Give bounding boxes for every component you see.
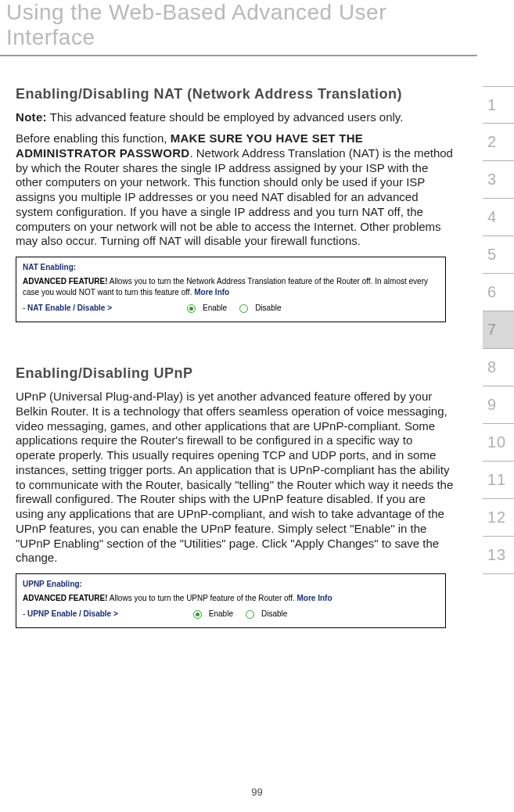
page-number: 99 bbox=[0, 786, 514, 798]
tab-13[interactable]: 13 bbox=[483, 537, 514, 574]
upnp-enable-text: Enable bbox=[209, 609, 233, 620]
nat-disable-text: Disable bbox=[255, 303, 281, 314]
nat-panel-title: NAT Enabling: bbox=[23, 262, 439, 273]
tab-11[interactable]: 11 bbox=[483, 462, 514, 499]
upnp-heading: Enabling/Disabling UPnP bbox=[16, 365, 454, 382]
upnp-enable-label: - UPNP Enable / Disable > bbox=[23, 609, 118, 620]
tab-1[interactable]: 1 bbox=[483, 86, 514, 124]
nat-enable-row: - NAT Enable / Disable > Enable Disable bbox=[23, 303, 439, 314]
tab-7[interactable]: 7 bbox=[483, 311, 514, 349]
nat-para-rest: . Network Address Translation (NAT) is t… bbox=[16, 146, 453, 248]
upnp-panel-title: UPNP Enabling: bbox=[23, 579, 439, 590]
note-text: This advanced feature should be employed… bbox=[47, 110, 404, 124]
tab-8[interactable]: 8 bbox=[483, 349, 514, 386]
nat-enable-text: Enable bbox=[203, 303, 227, 314]
upnp-enable-radio[interactable] bbox=[193, 610, 202, 619]
nat-enable-label: - NAT Enable / Disable > bbox=[23, 303, 112, 314]
more-info-link[interactable]: More Info bbox=[194, 288, 229, 296]
tab-3[interactable]: 3 bbox=[483, 161, 514, 199]
row-label-text: NAT Enable / Disable > bbox=[27, 304, 112, 312]
upnp-disable-radio[interactable] bbox=[246, 610, 254, 619]
upnp-panel-desc: ADVANCED FEATURE! Allows you to turn the… bbox=[23, 593, 439, 604]
section-tabs: 1 2 3 4 5 6 7 8 9 10 11 12 13 bbox=[483, 86, 514, 574]
upnp-disable-text: Disable bbox=[261, 609, 287, 620]
nat-disable-radio[interactable] bbox=[239, 304, 248, 313]
upnp-paragraph: UPnP (Universal Plug-and-Play) is yet an… bbox=[16, 390, 454, 566]
tab-2[interactable]: 2 bbox=[483, 124, 514, 161]
advanced-feature-label: ADVANCED FEATURE! bbox=[23, 277, 108, 286]
main-content: Enabling/Disabling NAT (Network Address … bbox=[16, 86, 454, 652]
tab-6[interactable]: 6 bbox=[483, 274, 514, 311]
nat-para-lead: Before enabling this function, bbox=[16, 131, 171, 145]
upnp-enable-row: - UPNP Enable / Disable > Enable Disable bbox=[23, 609, 439, 620]
page-title: Using the Web-Based Advanced User Interf… bbox=[0, 0, 477, 56]
nat-panel-desc: ADVANCED FEATURE! Allows you to turn the… bbox=[23, 276, 439, 298]
nat-enabling-panel: NAT Enabling: ADVANCED FEATURE! Allows y… bbox=[16, 257, 446, 322]
tab-9[interactable]: 9 bbox=[483, 386, 514, 424]
tab-10[interactable]: 10 bbox=[483, 424, 514, 462]
nat-heading: Enabling/Disabling NAT (Network Address … bbox=[16, 86, 454, 102]
row-label-text: UPNP Enable / Disable > bbox=[27, 609, 118, 618]
nat-note: Note: This advanced feature should be em… bbox=[16, 110, 454, 124]
note-label: Note: bbox=[16, 110, 47, 124]
nat-enable-radio[interactable] bbox=[187, 304, 196, 313]
more-info-link[interactable]: More Info bbox=[297, 594, 332, 602]
advanced-feature-label: ADVANCED FEATURE! bbox=[23, 594, 108, 602]
upnp-enabling-panel: UPNP Enabling: ADVANCED FEATURE! Allows … bbox=[16, 573, 446, 628]
tab-5[interactable]: 5 bbox=[483, 236, 514, 274]
nat-paragraph: Before enabling this function, MAKE SURE… bbox=[16, 131, 454, 249]
tab-12[interactable]: 12 bbox=[483, 499, 514, 537]
upnp-panel-desc-text: Allows you to turn the UPNP feature of t… bbox=[108, 594, 297, 602]
tab-4[interactable]: 4 bbox=[483, 199, 514, 236]
